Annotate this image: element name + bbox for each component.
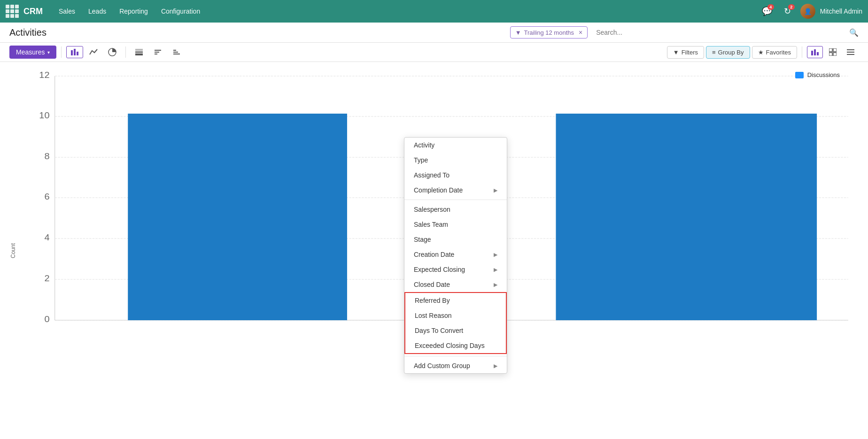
groupby-label: Group By — [718, 49, 744, 56]
svg-text:6: 6 — [44, 192, 49, 201]
nav-leads[interactable]: Leads — [83, 5, 112, 18]
groupby-item-type[interactable]: Type — [404, 153, 507, 168]
svg-rect-5 — [135, 54, 143, 55]
groupby-item-expected-closing[interactable]: Expected Closing ▶ — [404, 262, 507, 277]
svg-rect-13 — [811, 51, 813, 55]
svg-text:0: 0 — [44, 315, 49, 324]
svg-rect-4 — [135, 51, 143, 53]
toolbar-separator-1 — [61, 46, 62, 58]
favorites-icon: ★ — [758, 49, 764, 56]
groupby-item-add-custom-group[interactable]: Add Custom Group ▶ — [404, 358, 507, 373]
chat-icon-btn[interactable]: 💬 4 — [759, 3, 775, 19]
groupby-item-assigned-to[interactable]: Assigned To — [404, 168, 507, 183]
expected-closing-arrow-icon: ▶ — [494, 267, 497, 273]
groupby-item-creation-date[interactable]: Creation Date ▶ — [404, 247, 507, 262]
filter-tag-trailing: ▼ Trailing 12 months × — [510, 26, 588, 39]
view-list-btn[interactable] — [843, 46, 859, 58]
filter-icon: ▼ — [673, 49, 679, 56]
page-title: Activities — [9, 27, 254, 38]
dropdown-divider-1 — [404, 200, 507, 200]
nav-configuration[interactable]: Configuration — [155, 5, 206, 18]
chat-badge: 4 — [767, 4, 774, 10]
filter-funnel-icon: ▼ — [515, 29, 521, 36]
legend-color-discussions — [795, 72, 804, 78]
svg-rect-6 — [135, 49, 143, 51]
brand-logo[interactable]: CRM — [23, 7, 43, 16]
groupby-item-stage[interactable]: Stage — [404, 232, 507, 247]
page-body: Activities ▼ Trailing 12 months × 🔍 Meas… — [0, 23, 868, 439]
groupby-item-salesperson[interactable]: Salesperson — [404, 202, 507, 217]
groupby-item-sales-team[interactable]: Sales Team — [404, 217, 507, 232]
bar-chart-btn[interactable] — [66, 46, 83, 58]
svg-rect-16 — [829, 48, 832, 52]
y-axis-label: Count — [10, 243, 16, 258]
creation-date-arrow-icon: ▶ — [494, 252, 497, 258]
svg-rect-18 — [829, 53, 832, 56]
svg-rect-17 — [833, 48, 837, 52]
header-area: Activities ▼ Trailing 12 months × 🔍 — [0, 23, 868, 43]
search-icon[interactable]: 🔍 — [849, 28, 859, 37]
groupby-dropdown: Activity Type Assigned To Completion Dat… — [404, 137, 507, 374]
chart-legend: Discussions — [795, 71, 840, 78]
pie-chart-btn[interactable] — [104, 46, 121, 59]
measures-button[interactable]: Measures ▾ — [9, 46, 56, 59]
groupby-item-referred-by[interactable]: Referred By — [405, 293, 506, 308]
measures-caret-icon: ▾ — [47, 50, 50, 55]
username-label[interactable]: Mitchell Admin — [820, 8, 862, 15]
dropdown-divider-2 — [404, 356, 507, 356]
groupby-item-exceeded-closing-days[interactable]: Exceeded Closing Days — [405, 338, 506, 353]
measures-label: Measures — [16, 48, 45, 56]
activity-icon-btn[interactable]: ↻ 2 — [780, 3, 796, 19]
groupby-btn[interactable]: ≡ Group By — [706, 46, 750, 59]
favorites-btn[interactable]: ★ Favorites — [752, 46, 797, 59]
svg-rect-2 — [77, 52, 78, 55]
activity-badge: 2 — [788, 4, 795, 10]
nav-reporting[interactable]: Reporting — [114, 5, 154, 18]
topnav-right-area: 💬 4 ↻ 2 👤 Mitchell Admin — [759, 3, 862, 19]
groupby-item-completion-date[interactable]: Completion Date ▶ — [404, 183, 507, 198]
toolbar-separator-2 — [125, 46, 126, 58]
svg-rect-15 — [817, 52, 819, 55]
stacked-btn[interactable] — [131, 46, 147, 58]
sort-asc-btn[interactable] — [149, 46, 166, 58]
toolbar-separator-right — [802, 46, 802, 58]
groupby-item-activity[interactable]: Activity — [404, 138, 507, 153]
app-grid-icon[interactable] — [6, 5, 19, 18]
search-input[interactable] — [593, 27, 844, 38]
chart-bar-1[interactable] — [128, 114, 347, 320]
svg-text:4: 4 — [44, 233, 50, 242]
sort-desc-btn[interactable] — [168, 46, 185, 58]
svg-rect-14 — [814, 49, 816, 55]
top-navigation: CRM Sales Leads Reporting Configuration … — [0, 0, 868, 23]
groupby-item-lost-reason[interactable]: Lost Reason — [405, 308, 506, 323]
svg-text:10: 10 — [39, 111, 49, 120]
completion-date-arrow-icon: ▶ — [494, 187, 497, 193]
avatar[interactable]: 👤 — [800, 4, 815, 19]
chart-bar-2[interactable] — [556, 114, 817, 320]
view-grid-btn[interactable] — [825, 46, 841, 58]
view-bar-chart-btn[interactable] — [807, 46, 823, 58]
favorites-label: Favorites — [766, 49, 791, 56]
svg-rect-1 — [74, 49, 76, 55]
main-content: Discussions Count 0 2 4 6 — [0, 62, 868, 439]
svg-text:8: 8 — [44, 152, 49, 161]
filters-btn[interactable]: ▼ Filters — [667, 46, 704, 59]
filter-tag-text: Trailing 12 months — [524, 29, 574, 36]
highlighted-group: Referred By Lost Reason Days To Convert … — [404, 292, 507, 354]
add-custom-group-arrow-icon: ▶ — [494, 363, 497, 369]
nav-sales[interactable]: Sales — [53, 5, 81, 18]
filters-label: Filters — [682, 49, 698, 56]
svg-text:2: 2 — [44, 274, 49, 283]
filter-tag-close-btn[interactable]: × — [579, 29, 582, 36]
groupby-item-closed-date[interactable]: Closed Date ▶ — [404, 277, 507, 292]
closed-date-arrow-icon: ▶ — [494, 282, 497, 288]
svg-rect-19 — [833, 53, 837, 56]
svg-text:12: 12 — [39, 71, 49, 80]
line-chart-btn[interactable] — [85, 46, 102, 58]
combined-toolbar: Measures ▾ ▼ — [0, 43, 868, 62]
legend-label-discussions: Discussions — [807, 71, 840, 78]
groupby-item-days-to-convert[interactable]: Days To Convert — [405, 323, 506, 338]
svg-rect-0 — [71, 50, 73, 55]
groupby-icon: ≡ — [712, 49, 716, 56]
